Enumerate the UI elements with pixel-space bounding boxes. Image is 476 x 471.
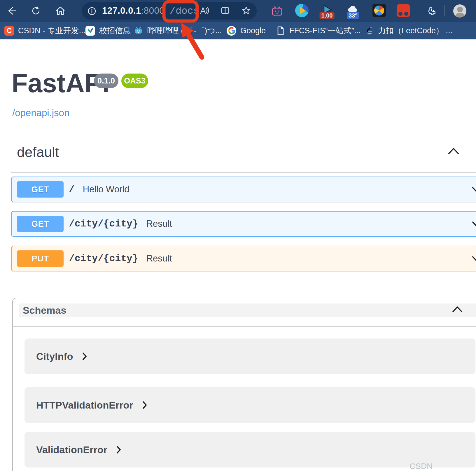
bookmark-leetcode[interactable]: 力扣（LeetCode） ... (364, 22, 452, 39)
schemas-title: Schemas (23, 303, 66, 317)
openapi-spec-link[interactable]: /openapi.json (12, 107, 69, 118)
document-icon (276, 26, 285, 36)
bookmark-bilibili[interactable]: 哔哩哔哩 ( ゜-゜)つ... (134, 22, 222, 39)
method-badge: PUT (17, 250, 64, 267)
bookmarks-bar: C CSDN - 专业开发... 校招信息 哔哩哔哩 ( ゜-゜)つ... Go… (0, 22, 476, 39)
leetcode-icon (364, 26, 374, 36)
browser-toolbar: 127.0.0.1:8000/docs 1.00 33° (0, 0, 476, 22)
url-host: 127.0.0.1 (102, 6, 141, 16)
operation-row-get-root[interactable]: GET / Hello World (11, 177, 476, 202)
schemas-collapse-chevron-up-icon[interactable] (452, 306, 463, 313)
version-badge: 0.1.0 (94, 74, 118, 88)
weather-badge: 33° (347, 12, 359, 19)
url-port: :8000 (141, 6, 164, 16)
model-expand-chevron-right-icon (142, 401, 147, 409)
operation-path: / (69, 184, 75, 195)
favorite-star-icon[interactable] (242, 6, 251, 16)
operation-description: Result (146, 219, 172, 229)
playback-speed-extension-icon[interactable]: 1.00 (320, 4, 334, 18)
profile-avatar[interactable] (453, 4, 466, 18)
model-httpvalidationerror[interactable]: HTTPValidationError (24, 387, 475, 423)
address-bar[interactable]: 127.0.0.1:8000/docs (82, 2, 257, 20)
operation-path: /city/{city} (69, 219, 138, 229)
csdn-icon: C (4, 26, 14, 36)
expand-chevron-down-icon[interactable] (472, 256, 476, 264)
video-player-extension-icon[interactable] (295, 4, 309, 18)
refresh-icon[interactable] (30, 5, 41, 16)
schemas-header-divider (13, 326, 476, 327)
site-info-icon[interactable] (88, 7, 96, 15)
expand-chevron-down-icon[interactable] (472, 221, 476, 230)
bilibili-tv-extension-icon[interactable] (270, 4, 284, 18)
bookmark-ffcs[interactable]: FFCS-EIS“一站式”... (276, 22, 361, 39)
model-expand-chevron-right-icon (82, 352, 87, 361)
operation-description: Hello World (83, 184, 130, 195)
home-icon[interactable] (55, 5, 66, 16)
oas3-badge: OAS3 (121, 74, 148, 88)
method-badge: GET (17, 216, 64, 232)
operation-row-get-city[interactable]: GET /city/{city} Result (11, 211, 476, 237)
operation-description: Result (146, 253, 172, 264)
weather-extension-icon[interactable]: 33° (346, 4, 360, 18)
model-validationerror[interactable]: ValidationError (24, 432, 475, 467)
red-app-extension-icon[interactable] (397, 4, 411, 18)
schemas-header[interactable]: Schemas (19, 303, 476, 317)
csdn-watermark: CSDN @Mr_zhouxin123 (410, 462, 476, 471)
bookmark-csdn[interactable]: C CSDN - 专业开发... (4, 22, 85, 39)
model-cityinfo[interactable]: CityInfo (24, 339, 475, 374)
operation-path: /city/{city} (69, 253, 138, 264)
url-text: 127.0.0.1:8000/docs (102, 6, 199, 17)
model-expand-chevron-right-icon (116, 445, 121, 454)
method-badge: GET (17, 181, 64, 198)
split-screen-icon[interactable] (220, 6, 230, 16)
playback-speed-badge: 1.00 (320, 12, 335, 19)
extensions-puzzle-icon[interactable] (426, 6, 436, 16)
schemas-section: Schemas CityInfo HTTPValidationError Val… (12, 298, 476, 471)
bookmark-campus-recruit[interactable]: 校招信息 (85, 22, 131, 39)
back-icon[interactable] (6, 5, 17, 16)
default-section-title: default (17, 144, 59, 160)
google-icon (227, 26, 236, 36)
operation-row-put-city[interactable]: PUT /city/{city} Result (11, 246, 476, 271)
default-section-header[interactable]: default (11, 137, 476, 173)
collapse-chevron-up-icon[interactable] (448, 147, 459, 155)
toolbar-divider (444, 5, 445, 16)
url-path: /docs (170, 6, 200, 17)
pinwheel-extension-icon[interactable] (372, 4, 386, 18)
check-icon (85, 26, 95, 36)
expand-chevron-down-icon[interactable] (472, 186, 476, 195)
read-aloud-icon[interactable] (200, 6, 209, 16)
bilibili-icon (134, 26, 143, 36)
bookmark-google[interactable]: Google (227, 22, 266, 39)
